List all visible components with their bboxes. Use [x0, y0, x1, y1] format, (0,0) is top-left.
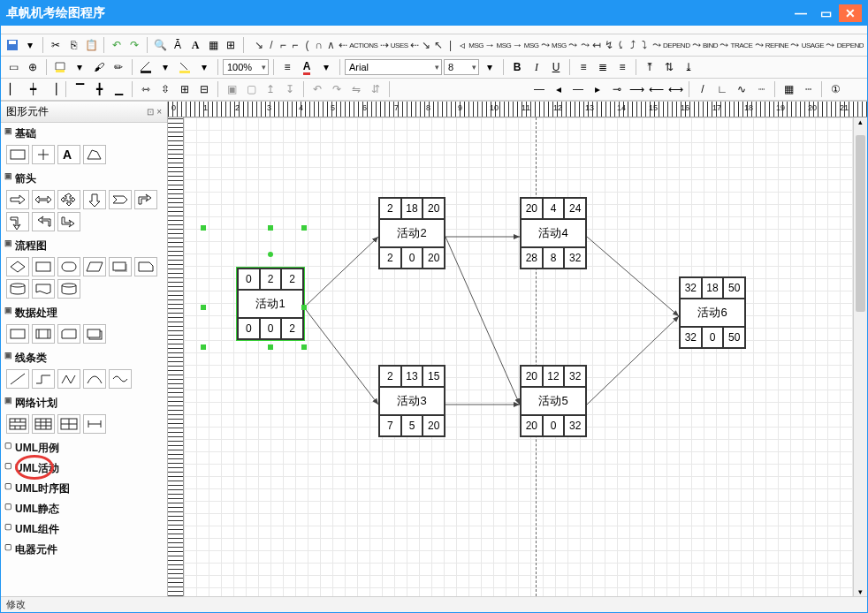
- connector-style-21[interactable]: ⤹: [615, 37, 627, 53]
- category-data[interactable]: 数据处理: [4, 304, 164, 322]
- shape-d-arrow[interactable]: [83, 190, 106, 209]
- activity-node-n2[interactable]: 21820活动22020: [378, 197, 445, 269]
- conn-patt1-icon[interactable]: ⊸: [608, 80, 626, 98]
- category-uml-usecase[interactable]: UML用例: [4, 439, 164, 458]
- shape-quad-arrow[interactable]: [57, 190, 80, 209]
- category-network[interactable]: 网络计划: [4, 394, 164, 412]
- connector-style-11[interactable]: ↖: [433, 37, 445, 53]
- shape-rect4[interactable]: [32, 324, 55, 344]
- connector-tail-5[interactable]: ⤳: [825, 37, 836, 53]
- shape-r-arrow[interactable]: [6, 190, 29, 209]
- category-uml-activity[interactable]: UML活动: [4, 459, 164, 478]
- shape-cyl[interactable]: [6, 279, 29, 299]
- textbox-icon[interactable]: A: [187, 36, 203, 54]
- shape-chevron[interactable]: [109, 190, 132, 209]
- font-color-icon[interactable]: A: [298, 58, 316, 76]
- valign-top-icon[interactable]: ⤒: [641, 58, 659, 76]
- connector-style-17[interactable]: ⤳: [567, 37, 579, 53]
- align-b-icon[interactable]: ▁: [110, 80, 127, 98]
- connector-style-15[interactable]: →: [512, 37, 523, 53]
- connector-style-22[interactable]: ⤴: [627, 37, 638, 53]
- grid-toggle-icon[interactable]: ▦: [780, 80, 797, 98]
- shape-card2[interactable]: [57, 324, 80, 344]
- connector-style-5[interactable]: ∩: [314, 37, 325, 53]
- shape-cyl2[interactable]: [57, 279, 80, 299]
- resize-handle[interactable]: [268, 344, 273, 350]
- shape-rect2[interactable]: [32, 257, 55, 276]
- shape-poly[interactable]: [83, 145, 106, 164]
- shape-act-6b[interactable]: [32, 414, 55, 434]
- activity-node-n6[interactable]: 321850活动632050: [679, 276, 746, 349]
- category-flowchart[interactable]: 流程图: [4, 237, 164, 255]
- front-icon[interactable]: ▣: [223, 80, 240, 98]
- category-uml-sequence[interactable]: UML时序图: [4, 480, 164, 498]
- shape-rect3[interactable]: [6, 324, 29, 344]
- rotate-r-icon[interactable]: ↷: [328, 80, 346, 98]
- zoom-combo[interactable]: 100%: [223, 59, 269, 75]
- dist-h-icon[interactable]: ⇿: [137, 80, 155, 98]
- shape-parallelogram[interactable]: [83, 257, 106, 276]
- shape-step[interactable]: [32, 369, 55, 389]
- shape-doc[interactable]: [32, 279, 55, 299]
- shape-diamond[interactable]: [6, 257, 29, 276]
- connector-tail-1[interactable]: ⤳: [690, 37, 702, 53]
- shape-zig[interactable]: [57, 369, 80, 389]
- connector-tail-2[interactable]: ⤳: [719, 37, 730, 53]
- align-c-icon[interactable]: ┿: [24, 80, 42, 98]
- shape-stack[interactable]: [83, 324, 106, 344]
- shape-shadow[interactable]: [109, 257, 132, 276]
- undo-icon[interactable]: ↶: [109, 36, 125, 54]
- connector-style-13[interactable]: ◃: [457, 37, 468, 53]
- shape-act-grid[interactable]: [57, 414, 80, 434]
- resize-handle[interactable]: [301, 225, 307, 231]
- conn-elbow-icon[interactable]: ∟: [713, 80, 731, 98]
- connector-style-19[interactable]: ↤: [591, 37, 603, 53]
- caret4-icon[interactable]: ▾: [195, 58, 213, 76]
- connector-style-23[interactable]: ⤵: [639, 37, 651, 53]
- bold-button[interactable]: B: [508, 58, 526, 76]
- category-line[interactable]: 线条类: [4, 349, 164, 367]
- dash-style-icon[interactable]: ┄: [799, 80, 817, 98]
- line-style-icon[interactable]: ≡: [278, 58, 296, 76]
- connector-style-10[interactable]: ↘: [421, 37, 432, 53]
- align-center-icon[interactable]: ≣: [594, 58, 612, 76]
- caret2-icon[interactable]: ▾: [71, 58, 88, 76]
- font-size-combo[interactable]: 8: [444, 59, 479, 75]
- shape-turn2[interactable]: [6, 212, 29, 231]
- connector-tail-4[interactable]: ⤳: [789, 37, 801, 53]
- hand-icon[interactable]: ⊕: [24, 58, 42, 76]
- valign-mid-icon[interactable]: ⇅: [660, 58, 678, 76]
- conn-line2-icon[interactable]: —: [569, 80, 587, 98]
- connector[interactable]: [587, 316, 679, 405]
- connector-style-7[interactable]: ⇠: [338, 37, 349, 53]
- grid-icon[interactable]: ▦: [205, 36, 221, 54]
- caret5-icon[interactable]: ▾: [317, 58, 335, 76]
- shape-arc[interactable]: [83, 369, 106, 389]
- shape-hh[interactable]: [83, 414, 106, 434]
- redo-icon[interactable]: ↷: [126, 36, 142, 54]
- paste-icon[interactable]: 📋: [83, 36, 99, 54]
- copy-icon[interactable]: ⎘: [65, 36, 81, 54]
- fill-color-icon[interactable]: [51, 58, 69, 76]
- connector-style-0[interactable]: ↘: [254, 37, 265, 53]
- resize-handle[interactable]: [301, 305, 307, 310]
- align-l-icon[interactable]: ▏: [4, 80, 22, 98]
- align-t-icon[interactable]: ▔: [71, 80, 88, 98]
- conn-patt3-icon[interactable]: ⟵: [647, 80, 665, 98]
- caret3-icon[interactable]: ▾: [156, 58, 174, 76]
- shape-turn3[interactable]: [32, 212, 55, 231]
- activity-node-n5[interactable]: 201232活动520032: [520, 365, 587, 437]
- connector[interactable]: [304, 307, 378, 405]
- connector-tail-3[interactable]: ⤳: [753, 37, 765, 53]
- shape-act-6[interactable]: [6, 414, 29, 434]
- rotate-handle[interactable]: [268, 252, 273, 257]
- maximize-button[interactable]: ▭: [814, 4, 837, 22]
- eraser-icon[interactable]: ✏: [110, 58, 127, 76]
- connector[interactable]: [445, 237, 520, 405]
- conn-arrow-r-icon[interactable]: ▸: [589, 80, 606, 98]
- rotate-l-icon[interactable]: ↶: [308, 80, 326, 98]
- font-family-combo[interactable]: Arial: [345, 59, 442, 75]
- category-uml-component[interactable]: UML组件: [4, 520, 164, 539]
- resize-handle[interactable]: [301, 344, 307, 350]
- connector-style-9[interactable]: ⇠: [409, 37, 421, 53]
